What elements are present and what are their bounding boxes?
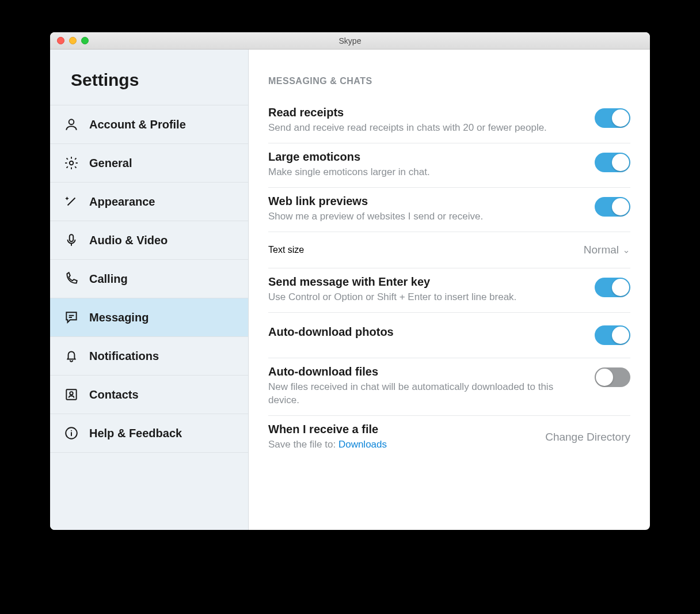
sidebar-item-label: Appearance <box>89 195 155 209</box>
svg-point-0 <box>69 119 74 124</box>
setting-title: Auto-download photos <box>268 325 583 339</box>
svg-point-1 <box>70 161 74 165</box>
setting-read-receipts: Read receipts Send and receive read rece… <box>268 99 630 143</box>
wand-icon <box>64 194 79 209</box>
setting-desc: Send and receive read receipts in chats … <box>268 122 583 135</box>
svg-point-4 <box>70 392 73 395</box>
sidebar-item-label: Messaging <box>89 311 149 324</box>
info-icon <box>64 426 79 441</box>
contacts-icon <box>64 387 79 402</box>
setting-title: Read receipts <box>268 106 583 119</box>
phone-icon <box>64 271 79 286</box>
gear-icon <box>64 156 79 170</box>
sidebar-item-general[interactable]: General <box>50 143 248 182</box>
setting-title: Web link previews <box>268 195 583 208</box>
settings-sidebar: Settings Account & Profile General Appea… <box>50 50 249 530</box>
setting-title: Send message with Enter key <box>268 275 583 289</box>
text-size-dropdown[interactable]: Normal <box>584 244 630 256</box>
microphone-icon <box>64 233 79 248</box>
setting-desc: Save the file to: Downloads <box>268 438 534 452</box>
setting-auto-download-photos: Auto-download photos <box>268 313 630 358</box>
toggle-large-emoticons[interactable] <box>595 153 630 172</box>
sidebar-item-appearance[interactable]: Appearance <box>50 182 248 221</box>
settings-content: MESSAGING & CHATS Read receipts Send and… <box>249 50 650 530</box>
sidebar-item-label: Contacts <box>89 388 139 401</box>
sidebar-item-label: General <box>89 157 132 170</box>
downloads-link[interactable]: Downloads <box>338 439 387 450</box>
person-icon <box>64 117 79 132</box>
chevron-down-icon <box>622 246 630 254</box>
toggle-read-receipts[interactable] <box>595 108 630 128</box>
setting-auto-download-files: Auto-download files New files received i… <box>268 358 630 416</box>
svg-rect-2 <box>70 234 74 241</box>
sidebar-item-help[interactable]: Help & Feedback <box>50 414 248 453</box>
sidebar-item-contacts[interactable]: Contacts <box>50 375 248 414</box>
sidebar-item-label: Account & Profile <box>89 118 186 131</box>
sidebar-item-calling[interactable]: Calling <box>50 259 248 298</box>
toggle-web-link-previews[interactable] <box>595 197 630 217</box>
toggle-auto-download-photos[interactable] <box>595 325 630 345</box>
setting-large-emoticons: Large emoticons Make single emoticons la… <box>268 143 630 188</box>
setting-title: Auto-download files <box>268 365 583 378</box>
section-header: MESSAGING & CHATS <box>268 76 630 86</box>
setting-desc: Use Control or Option or Shift + Enter t… <box>268 291 583 304</box>
setting-desc: Make single emoticons larger in chat. <box>268 166 583 179</box>
sidebar-item-label: Calling <box>89 272 128 286</box>
sidebar-item-notifications[interactable]: Notifications <box>50 336 248 375</box>
toggle-auto-download-files[interactable] <box>595 367 630 387</box>
setting-web-link-previews: Web link previews Show me a preview of w… <box>268 188 630 232</box>
text-size-value: Normal <box>584 244 619 256</box>
setting-title: Text size <box>268 245 304 255</box>
sidebar-item-label: Help & Feedback <box>89 427 182 440</box>
change-directory-button[interactable]: Change Directory <box>545 431 630 444</box>
setting-send-with-enter: Send message with Enter key Use Control … <box>268 268 630 313</box>
settings-heading: Settings <box>50 70 248 105</box>
window-title: Skype <box>50 36 650 46</box>
bell-icon <box>64 348 79 363</box>
sidebar-item-messaging[interactable]: Messaging <box>50 298 248 336</box>
chat-icon <box>64 310 79 325</box>
toggle-send-with-enter[interactable] <box>595 278 630 297</box>
sidebar-item-label: Audio & Video <box>89 234 168 247</box>
save-to-prefix: Save the file to: <box>268 439 338 450</box>
setting-desc: Show me a preview of websites I send or … <box>268 210 583 223</box>
setting-title: Large emoticons <box>268 150 583 164</box>
setting-title: When I receive a file <box>268 423 534 436</box>
setting-desc: New files received in chat will be autom… <box>268 381 583 407</box>
sidebar-item-label: Notifications <box>89 350 159 363</box>
setting-receive-file: When I receive a file Save the file to: … <box>268 416 630 460</box>
setting-text-size: Text size Normal <box>268 232 630 268</box>
sidebar-item-audio-video[interactable]: Audio & Video <box>50 221 248 259</box>
app-window: Skype Settings Account & Profile General <box>50 32 650 530</box>
sidebar-item-account[interactable]: Account & Profile <box>50 105 248 143</box>
titlebar: Skype <box>50 32 650 50</box>
